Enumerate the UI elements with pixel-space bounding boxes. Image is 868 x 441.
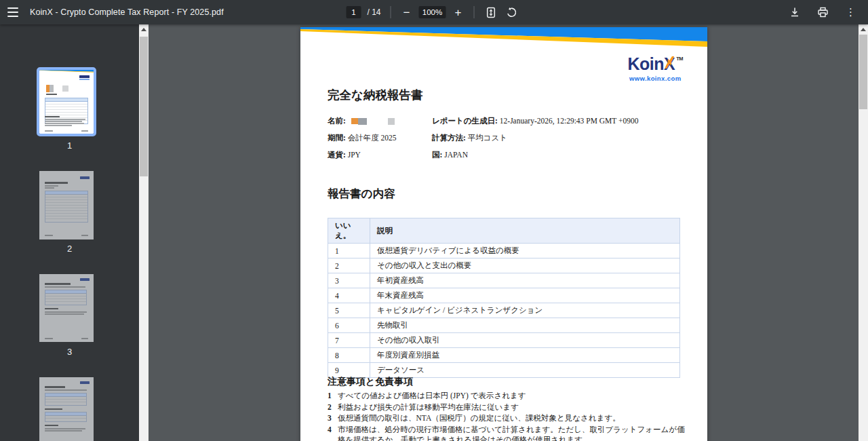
country-label: 国: bbox=[432, 151, 442, 159]
note-number: 3 bbox=[328, 413, 338, 424]
mini-footer-line bbox=[45, 338, 53, 339]
print-icon[interactable] bbox=[816, 5, 830, 19]
trademark-symbol: TM bbox=[676, 56, 683, 62]
mini-redact-block bbox=[62, 85, 68, 92]
note-item: 2 利益および損失の計算は移動平均在庫法に従います bbox=[328, 402, 685, 413]
note-text: 利益および損失の計算は移動平均在庫法に従います bbox=[338, 402, 685, 413]
download-icon[interactable] bbox=[788, 5, 802, 19]
page-thumbnail-2[interactable] bbox=[39, 171, 94, 239]
mini-footer-line bbox=[81, 338, 88, 339]
method-value: 平均コスト bbox=[468, 134, 507, 142]
koinx-url: www.koinx.com bbox=[627, 75, 683, 82]
mini-table bbox=[45, 393, 87, 406]
row-number: 3 bbox=[328, 273, 370, 288]
scroll-up-arrow[interactable] bbox=[859, 24, 868, 34]
thumbnail-sidebar: 1 2 3 bbox=[0, 24, 149, 441]
generated-value: 12-January-2026, 12:29:43 PM GMT +0900 bbox=[500, 117, 639, 125]
more-icon[interactable]: ⋮ bbox=[844, 5, 857, 20]
row-number: 2 bbox=[328, 258, 370, 273]
row-description: 仮想通貨デリバティブによる収益の概要 bbox=[370, 244, 680, 258]
row-description: その他の収入と支出の概要 bbox=[370, 258, 680, 273]
header-band-decoration bbox=[300, 27, 707, 47]
period-label: 期間: bbox=[328, 134, 346, 142]
page-number-input[interactable] bbox=[347, 6, 361, 18]
country-value: JAPAN bbox=[444, 151, 468, 159]
note-text: 市場価格は、処分時の現行市場価格に基づいて計算されます。ただし、取引プラットフォ… bbox=[338, 425, 685, 441]
row-number: 4 bbox=[328, 288, 370, 303]
mini-text-line bbox=[45, 283, 71, 285]
thumbnail-page-number: 3 bbox=[0, 347, 139, 357]
row-description: 年初資産残高 bbox=[370, 273, 680, 288]
report-title: 完全な納税報告書 bbox=[328, 87, 422, 103]
notes-section: 注意事項と免責事項 1 すべての値および価格は日本円 (JPY) で表示されます… bbox=[328, 376, 685, 441]
table-row: 4 年末資産残高 bbox=[328, 288, 680, 303]
row-description: その他の収入取引 bbox=[370, 333, 680, 348]
contents-table: いいえ。 説明 1 仮想通貨デリバティブによる収益の概要 2 その他の収入と支出… bbox=[328, 218, 680, 378]
mini-text-line bbox=[45, 286, 85, 288]
rotate-icon[interactable] bbox=[504, 5, 518, 20]
currency-label: 通貨: bbox=[328, 151, 346, 159]
main-scrollbar-thumb[interactable] bbox=[859, 35, 867, 109]
sidebar-scrollbar[interactable] bbox=[139, 24, 149, 441]
note-number: 2 bbox=[328, 402, 338, 413]
mini-text-line bbox=[45, 187, 54, 189]
page-thumbnail-4[interactable] bbox=[39, 377, 94, 441]
note-item: 1 すべての値および価格は日本円 (JPY) で表示されます bbox=[328, 391, 685, 402]
mini-band bbox=[39, 70, 94, 73]
mini-text-line bbox=[45, 125, 72, 126]
row-number: 5 bbox=[328, 303, 370, 318]
menu-icon[interactable] bbox=[7, 7, 19, 17]
fit-page-icon[interactable] bbox=[484, 5, 498, 20]
scroll-up-arrow[interactable] bbox=[139, 24, 149, 34]
mini-footer-line bbox=[45, 235, 53, 236]
table-row: 1 仮想通貨デリバティブによる収益の概要 bbox=[328, 244, 680, 258]
row-description: 年末資産残高 bbox=[370, 288, 680, 303]
zoom-out-button[interactable]: − bbox=[401, 5, 413, 20]
note-number: 1 bbox=[328, 391, 338, 402]
table-row: 5 キャピタルゲイン / ビジネストランザクション bbox=[328, 303, 680, 318]
row-description: キャピタルゲイン / ビジネストランザクション bbox=[370, 303, 680, 318]
note-text: すべての値および価格は日本円 (JPY) で表示されます bbox=[338, 391, 685, 402]
mini-footer-line bbox=[81, 235, 88, 236]
logo-koin-text: Koin bbox=[627, 54, 664, 73]
row-number: 6 bbox=[328, 318, 370, 333]
mini-text-line bbox=[45, 311, 87, 313]
zoom-level-input[interactable] bbox=[418, 6, 446, 18]
mini-redact-block bbox=[46, 85, 54, 92]
mini-logo bbox=[80, 176, 90, 179]
mini-text-line bbox=[45, 313, 84, 315]
mini-text-line bbox=[46, 94, 57, 95]
redacted-name bbox=[351, 118, 395, 125]
mini-text-line bbox=[45, 425, 58, 426]
table-row: 6 先物取引 bbox=[328, 318, 680, 333]
mini-text-line bbox=[45, 308, 58, 309]
mini-logo bbox=[80, 278, 90, 281]
mini-text-line bbox=[45, 430, 82, 432]
koinx-logo: KoinXXTM www.koinx.com bbox=[627, 56, 683, 82]
zoom-in-button[interactable]: + bbox=[452, 5, 464, 20]
mini-text-line bbox=[45, 123, 84, 124]
sidebar-scrollbar-thumb[interactable] bbox=[140, 37, 148, 176]
mini-text-line bbox=[45, 185, 58, 187]
page-thumbnail-1[interactable] bbox=[39, 70, 94, 134]
period-value: 会計年度 2025 bbox=[348, 134, 397, 142]
table-row: 8 年度別資産別損益 bbox=[328, 348, 680, 363]
currency-value: JPY bbox=[348, 151, 361, 159]
mini-text-line bbox=[45, 119, 85, 120]
method-label: 計算方法: bbox=[432, 134, 466, 142]
main-scrollbar[interactable] bbox=[859, 24, 868, 441]
mini-text-line bbox=[45, 182, 68, 184]
mini-table bbox=[45, 191, 88, 223]
mini-text-line bbox=[45, 428, 85, 429]
note-item: 3 仮想通貨間の取引は、NTA（国税庁）の規定に従い、課税対象と見なされます。 bbox=[328, 413, 685, 424]
thumbnail-page-number: 2 bbox=[0, 244, 139, 254]
page-thumbnail-3[interactable] bbox=[39, 274, 94, 342]
column-header-no: いいえ。 bbox=[328, 218, 370, 244]
toolbar-divider bbox=[473, 6, 474, 18]
thumbnail-page-number: 1 bbox=[0, 140, 139, 151]
mini-logo bbox=[80, 381, 90, 384]
name-label: 名前: bbox=[328, 117, 346, 125]
mini-logo-url bbox=[79, 79, 90, 80]
page-total: / 14 bbox=[368, 7, 381, 17]
table-row: 3 年初資産残高 bbox=[328, 273, 680, 288]
